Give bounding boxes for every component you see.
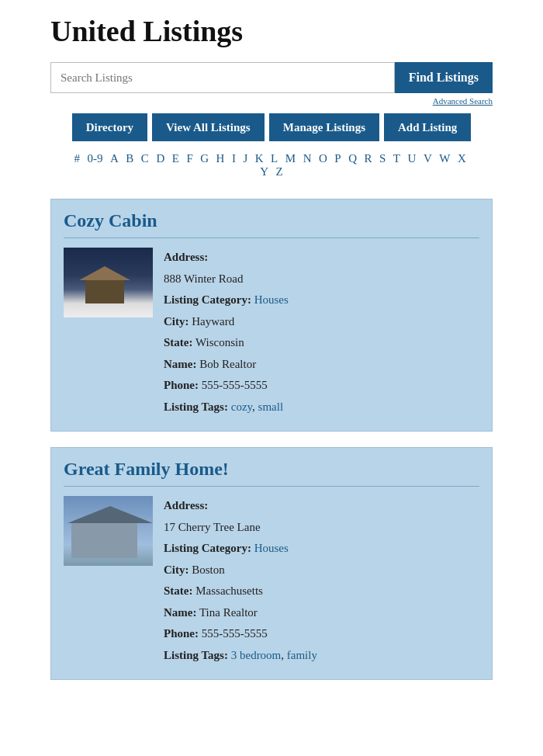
state-line: State: Wisconsin bbox=[164, 333, 479, 353]
alpha-u[interactable]: U bbox=[408, 152, 417, 165]
listing-image bbox=[64, 248, 153, 317]
listings-area: Cozy Cabin Address: 888 Winter Road List… bbox=[0, 199, 543, 719]
directory-button[interactable]: Directory bbox=[72, 113, 147, 141]
category-link[interactable]: Houses bbox=[254, 293, 289, 306]
nav-buttons: Directory View All Listings Manage Listi… bbox=[50, 113, 493, 141]
alpha-e[interactable]: E bbox=[172, 152, 179, 165]
tags-label: Listing Tags: bbox=[164, 401, 228, 413]
manage-listings-button[interactable]: Manage Listings bbox=[269, 113, 379, 141]
city-value: Hayward bbox=[192, 315, 234, 328]
tag-small[interactable]: small bbox=[258, 401, 284, 413]
alpha-m[interactable]: M bbox=[285, 152, 296, 165]
search-row: Find Listings bbox=[50, 62, 493, 93]
state-value: Wisconsin bbox=[195, 336, 244, 349]
state-line: State: Massachusetts bbox=[164, 581, 479, 602]
city-value: Boston bbox=[192, 564, 225, 576]
name-line: Name: Tina Realtor bbox=[164, 603, 479, 623]
alpha-v[interactable]: V bbox=[424, 152, 432, 165]
tags-line: Listing Tags: 3 bedroom, family bbox=[164, 646, 479, 666]
address-label: Address: bbox=[164, 499, 208, 512]
tags-line: Listing Tags: cozy, small bbox=[164, 397, 479, 418]
category-label: Listing Category: bbox=[164, 293, 251, 306]
name-value: Bob Realtor bbox=[199, 358, 256, 370]
listing-body: Address: 17 Cherry Tree Lane Listing Cat… bbox=[64, 496, 479, 667]
alpha-d[interactable]: D bbox=[156, 152, 164, 165]
search-input[interactable] bbox=[50, 62, 395, 93]
city-label: City: bbox=[164, 564, 189, 576]
phone-label: Phone: bbox=[164, 627, 199, 640]
address-line: Address: bbox=[164, 248, 479, 268]
state-value: Massachusetts bbox=[195, 584, 263, 597]
listing-title[interactable]: Great Family Home! bbox=[64, 459, 479, 480]
alpha-h[interactable]: H bbox=[216, 152, 225, 165]
category-label: Listing Category: bbox=[164, 542, 251, 554]
alpha-c[interactable]: C bbox=[141, 152, 149, 165]
alpha-x[interactable]: X bbox=[458, 152, 466, 165]
phone-line: Phone: 555-555-5555 bbox=[164, 624, 479, 644]
advanced-search-link[interactable]: Advanced Search bbox=[50, 96, 493, 106]
page-header: United Listings Find Listings Advanced S… bbox=[0, 0, 543, 199]
state-label: State: bbox=[164, 336, 193, 349]
alpha-k[interactable]: K bbox=[255, 152, 264, 165]
alpha-l[interactable]: L bbox=[271, 152, 278, 165]
phone-value: 555-555-5555 bbox=[202, 379, 268, 391]
view-all-button[interactable]: View All Listings bbox=[152, 113, 265, 141]
name-value: Tina Realtor bbox=[199, 606, 258, 619]
alpha-s[interactable]: S bbox=[379, 152, 386, 165]
listing-card: Cozy Cabin Address: 888 Winter Road List… bbox=[50, 199, 493, 432]
name-line: Name: Bob Realtor bbox=[164, 355, 479, 375]
tag-3bedroom[interactable]: 3 bedroom bbox=[231, 649, 282, 661]
alpha-f[interactable]: F bbox=[186, 152, 192, 165]
address-value: 17 Cherry Tree Lane bbox=[164, 518, 479, 538]
phone-value: 555-555-5555 bbox=[202, 627, 268, 640]
name-label: Name: bbox=[164, 606, 196, 619]
listing-image bbox=[64, 496, 153, 566]
alpha-a[interactable]: A bbox=[110, 152, 119, 165]
alpha-n[interactable]: N bbox=[303, 152, 312, 165]
find-listings-button[interactable]: Find Listings bbox=[395, 62, 493, 93]
city-line: City: Hayward bbox=[164, 312, 479, 332]
alpha-o[interactable]: O bbox=[319, 152, 327, 165]
alpha-nav: # 0-9 A B C D E F G H I J K L M N O P Q … bbox=[50, 152, 493, 179]
alpha-p[interactable]: P bbox=[334, 152, 341, 165]
phone-label: Phone: bbox=[164, 379, 199, 391]
city-line: City: Boston bbox=[164, 560, 479, 581]
city-label: City: bbox=[164, 315, 189, 328]
listing-divider bbox=[64, 486, 479, 487]
category-link[interactable]: Houses bbox=[254, 542, 289, 554]
cabin-image bbox=[64, 248, 153, 317]
phone-line: Phone: 555-555-5555 bbox=[164, 376, 479, 396]
listing-divider bbox=[64, 238, 479, 238]
alpha-r[interactable]: R bbox=[365, 152, 372, 165]
alpha-q[interactable]: Q bbox=[348, 152, 357, 165]
alpha-g[interactable]: G bbox=[200, 152, 209, 165]
alpha-hash[interactable]: # bbox=[74, 152, 81, 165]
alpha-b[interactable]: B bbox=[126, 152, 133, 165]
name-label: Name: bbox=[164, 358, 196, 370]
alpha-w[interactable]: W bbox=[439, 152, 450, 165]
add-listing-button[interactable]: Add Listing bbox=[384, 113, 471, 141]
state-label: State: bbox=[164, 584, 193, 597]
alpha-y[interactable]: Y bbox=[260, 165, 268, 178]
listing-body: Address: 888 Winter Road Listing Categor… bbox=[64, 248, 479, 418]
listing-title[interactable]: Cozy Cabin bbox=[64, 210, 479, 231]
tag-family[interactable]: family bbox=[287, 649, 317, 661]
house-image bbox=[64, 496, 153, 566]
address-value: 888 Winter Road bbox=[164, 269, 479, 290]
address-line: Address: bbox=[164, 496, 479, 516]
tags-label: Listing Tags: bbox=[164, 649, 228, 661]
alpha-j[interactable]: J bbox=[243, 152, 247, 165]
alpha-z[interactable]: Z bbox=[276, 165, 283, 178]
listing-card: Great Family Home! Address: 17 Cherry Tr… bbox=[50, 447, 493, 680]
category-line: Listing Category: Houses bbox=[164, 539, 479, 559]
alpha-t[interactable]: T bbox=[393, 152, 400, 165]
alpha-09[interactable]: 0-9 bbox=[88, 152, 103, 165]
address-label: Address: bbox=[164, 251, 208, 263]
page-title: United Listings bbox=[50, 14, 493, 48]
listing-details: Address: 17 Cherry Tree Lane Listing Cat… bbox=[164, 496, 479, 667]
tag-cozy[interactable]: cozy bbox=[231, 401, 252, 413]
listing-details: Address: 888 Winter Road Listing Categor… bbox=[164, 248, 479, 418]
alpha-i[interactable]: I bbox=[232, 152, 236, 165]
category-line: Listing Category: Houses bbox=[164, 290, 479, 310]
